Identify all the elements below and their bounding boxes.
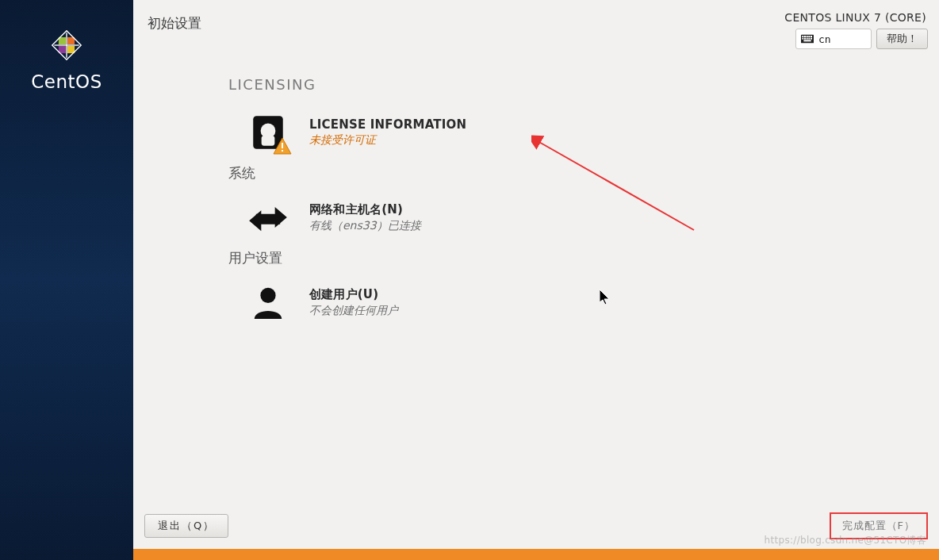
svg-rect-13: [802, 38, 803, 40]
create-user-title: 创建用户(U): [309, 287, 398, 302]
bottom-bar: 退出（Q） 完成配置（F）: [133, 508, 939, 549]
create-user-status: 不会创建任何用户: [309, 304, 398, 318]
license-title: LICENSE INFORMATION: [309, 117, 466, 132]
section-system-heading: 系统: [228, 164, 939, 182]
brand-label: CentOS: [31, 71, 102, 92]
svg-rect-11: [808, 36, 810, 37]
help-button[interactable]: 帮助！: [876, 29, 928, 49]
license-icon: [247, 112, 289, 153]
license-status: 未接受许可证: [309, 133, 466, 148]
svg-rect-18: [803, 40, 811, 41]
svg-point-27: [260, 288, 275, 303]
svg-rect-23: [282, 143, 283, 148]
distro-label: CENTOS LINUX 7 (CORE): [784, 11, 928, 24]
svg-rect-15: [807, 38, 808, 40]
sidebar: CentOS: [0, 0, 133, 560]
svg-rect-14: [804, 38, 806, 40]
page-title: 初始设置: [148, 14, 201, 33]
content-area: LICENSING LICENSE INFORMATION: [133, 56, 939, 508]
section-licensing-heading: LICENSING: [228, 76, 939, 93]
svg-rect-10: [807, 36, 808, 37]
create-user-item[interactable]: 创建用户(U) 不会创建任何用户: [247, 282, 398, 323]
network-status: 有线（ens33）已连接: [309, 219, 421, 233]
svg-rect-8: [802, 36, 803, 37]
keyboard-icon: [801, 34, 814, 44]
user-icon: [247, 282, 289, 323]
svg-rect-12: [811, 36, 812, 37]
topbar: 初始设置 CENTOS LINUX 7 (CORE): [133, 0, 939, 56]
keyboard-layout-label: cn: [818, 33, 831, 45]
svg-rect-16: [808, 38, 810, 40]
network-title: 网络和主机名(N): [309, 202, 421, 217]
network-icon: [247, 197, 289, 238]
svg-rect-9: [804, 36, 806, 37]
footer-warning-bar: [133, 549, 939, 560]
centos-logo-icon: [48, 27, 85, 63]
network-hostname-item[interactable]: 网络和主机名(N) 有线（ens33）已连接: [247, 197, 421, 238]
license-information-item[interactable]: LICENSE INFORMATION 未接受许可证: [247, 112, 466, 153]
main-panel: 初始设置 CENTOS LINUX 7 (CORE): [133, 0, 939, 560]
svg-rect-24: [282, 150, 283, 152]
quit-button[interactable]: 退出（Q）: [144, 514, 228, 538]
svg-rect-17: [811, 38, 812, 40]
keyboard-layout-selector[interactable]: cn: [795, 29, 872, 49]
section-users-heading: 用户设置: [228, 249, 939, 267]
warning-badge-icon: [273, 137, 292, 155]
finish-config-button[interactable]: 完成配置（F）: [830, 512, 928, 539]
